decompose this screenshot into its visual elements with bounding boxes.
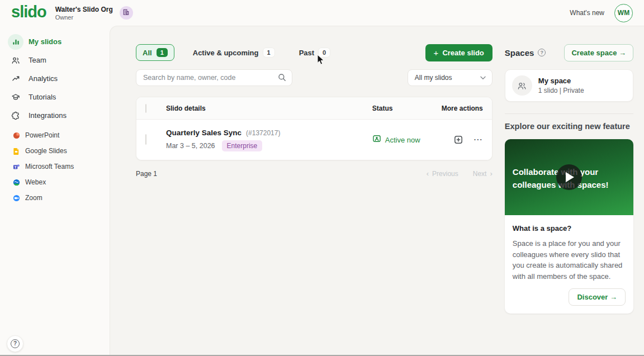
duplicate-icon[interactable] [453, 135, 463, 145]
org-badge[interactable] [120, 6, 133, 20]
plus-icon: + [434, 49, 439, 57]
sidebar-item-team[interactable]: Team [0, 51, 110, 69]
user-avatar[interactable]: WM [614, 4, 633, 22]
graduation-cap-icon [8, 89, 23, 105]
sidebar-item-my-slidos[interactable]: My slidos [0, 32, 110, 51]
tab-count-badge: 1 [263, 48, 274, 57]
sidebar-item-microsoft-teams[interactable]: Microsoft Teams [0, 159, 110, 174]
webex-icon [12, 178, 20, 186]
next-label: Next [473, 170, 487, 178]
sidebar-item-analytics[interactable]: Analytics [0, 69, 110, 88]
pagination: Page 1 ‹ Previous Next › [136, 169, 493, 178]
slidos-table: Slido details Status More actions Quarte… [136, 97, 493, 160]
sidebar-item-label: Tutorials [29, 93, 56, 101]
discover-button[interactable]: Discover → [569, 288, 626, 306]
puzzle-icon [8, 108, 23, 124]
sidebar-item-label: Integrations [29, 111, 67, 120]
create-slido-button[interactable]: + Create slido [425, 44, 493, 61]
help-button[interactable]: ? [7, 335, 23, 352]
space-people-icon [512, 75, 532, 96]
tabs-row: All 1 Active & upcoming 1 Past 0 + Creat… [136, 44, 493, 61]
tab-label: Past [299, 49, 314, 57]
sidebar-item-powerpoint[interactable]: PowerPoint [0, 127, 110, 143]
whats-new-link[interactable]: What's new [570, 9, 604, 17]
row-actions-cell: ⋯ [425, 135, 492, 145]
my-space-card[interactable]: My space 1 slido | Private [505, 69, 633, 102]
sidebar: My slidos Team Analytics Tutorials [0, 26, 110, 356]
play-icon [566, 172, 574, 182]
tab-past[interactable]: Past 0 [293, 45, 337, 60]
zoom-icon [12, 194, 20, 202]
google-slides-icon [12, 147, 20, 155]
tab-all[interactable]: All 1 [136, 44, 174, 61]
spaces-help-icon[interactable]: ? [538, 49, 546, 56]
row-checkbox[interactable] [145, 134, 146, 145]
powerpoint-icon [12, 131, 20, 139]
explore-feature-title: Explore our exciting new feature [505, 122, 633, 131]
spaces-title: Spaces [505, 48, 534, 58]
chevron-left-icon: ‹ [427, 169, 429, 178]
sidebar-item-google-slides[interactable]: Google Slides [0, 143, 110, 159]
slido-name[interactable]: Quarterly Sales Sync [166, 129, 242, 137]
team-icon [8, 53, 23, 68]
org-name: Walter's Slido Org [55, 6, 113, 13]
search-input[interactable] [136, 69, 292, 86]
slido-dates: Mar 3 – 5, 2026 [166, 142, 215, 150]
plan-badge: Enterprise [222, 140, 263, 151]
create-space-button[interactable]: Create space → [564, 44, 633, 61]
org-role: Owner [55, 14, 113, 21]
status-cell: Active now [372, 134, 425, 145]
divider [505, 113, 633, 114]
tab-count-badge: 0 [319, 48, 330, 57]
tab-active-upcoming[interactable]: Active & upcoming 1 [187, 45, 281, 60]
search-icon [278, 73, 286, 84]
column-header-status: Status [372, 105, 425, 112]
space-meta: 1 slido | Private [538, 87, 584, 94]
building-icon [122, 8, 130, 18]
previous-label: Previous [432, 170, 458, 178]
spaces-promo-card: Collaborate with your colleagues with sp… [505, 139, 633, 314]
sidebar-item-label: Microsoft Teams [25, 163, 74, 170]
spaces-panel: Spaces ? Create space → My space 1 slido… [505, 44, 633, 356]
sidebar-item-label: Team [29, 56, 46, 64]
tab-count-badge: 1 [157, 48, 168, 57]
sidebar-item-tutorials[interactable]: Tutorials [0, 88, 110, 106]
slidos-list-section: All 1 Active & upcoming 1 Past 0 + Creat… [136, 44, 493, 356]
select-all-checkbox[interactable] [145, 104, 146, 113]
column-header-actions: More actions [425, 105, 492, 112]
sidebar-item-label: Webex [25, 178, 46, 186]
sidebar-item-zoom[interactable]: Zoom [0, 190, 110, 206]
status-badge: Active now [385, 136, 420, 144]
table-row[interactable]: Quarterly Sales Sync (#1372017) Mar 3 – … [136, 120, 492, 160]
promo-question-title: What is a space? [513, 224, 626, 232]
top-bar: slido Walter's Slido Org Owner What's ne… [0, 0, 644, 26]
slido-filter-dropdown[interactable]: All my slidos [408, 69, 493, 86]
space-name: My space [538, 77, 584, 85]
slido-logo[interactable]: slido [11, 4, 46, 20]
next-button[interactable]: Next › [473, 169, 493, 178]
org-info: Walter's Slido Org Owner [55, 6, 113, 21]
sidebar-item-label: My slidos [29, 37, 61, 46]
chevron-right-icon: › [490, 169, 492, 178]
play-button[interactable] [556, 164, 582, 190]
slido-code: (#1372017) [246, 129, 280, 137]
sidebar-item-label: Analytics [29, 74, 58, 83]
chevron-down-icon [480, 74, 486, 82]
promo-description: Space is a place for you and your collea… [513, 238, 626, 282]
live-person-icon [372, 134, 381, 145]
trend-up-icon [8, 71, 23, 87]
create-slido-label: Create slido [442, 49, 484, 57]
sidebar-item-webex[interactable]: Webex [0, 174, 110, 190]
table-header-row: Slido details Status More actions [136, 97, 492, 120]
microsoft-teams-icon [12, 163, 20, 170]
search-row: All my slidos [136, 69, 493, 86]
page-indicator: Page 1 [136, 170, 157, 178]
more-actions-icon[interactable]: ⋯ [473, 135, 483, 144]
sidebar-item-label: Google Slides [25, 147, 67, 155]
sidebar-item-label: PowerPoint [25, 131, 59, 139]
tab-label: All [143, 49, 152, 57]
previous-button[interactable]: ‹ Previous [427, 169, 458, 178]
bar-chart-icon [8, 34, 23, 50]
promo-video-thumbnail[interactable]: Collaborate with your colleagues with sp… [505, 139, 633, 215]
sidebar-item-integrations[interactable]: Integrations [0, 106, 110, 125]
